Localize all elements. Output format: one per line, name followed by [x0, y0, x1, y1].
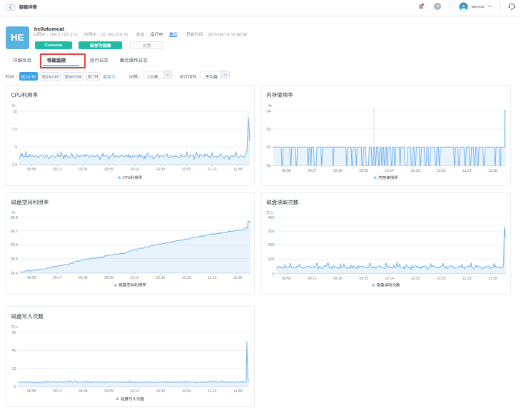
svg-text:60: 60 — [11, 330, 16, 334]
svg-text:10:33: 10:33 — [411, 276, 420, 280]
svg-text:09:36: 09:36 — [79, 389, 88, 393]
svg-text:10:53: 10:53 — [437, 276, 446, 280]
svg-text:11:19: 11:19 — [208, 167, 216, 171]
svg-text:10:53: 10:53 — [181, 389, 191, 393]
svg-text:09:36: 09:36 — [333, 168, 343, 172]
svg-text:10:14: 10:14 — [385, 276, 394, 280]
svg-text:09:55: 09:55 — [359, 276, 368, 280]
svg-text:20: 20 — [11, 367, 16, 371]
svg-text:11:19: 11:19 — [462, 168, 471, 172]
svg-text:11:38: 11:38 — [233, 389, 242, 393]
svg-text:7.5: 7.5 — [11, 127, 17, 131]
svg-text:91: 91 — [266, 163, 270, 168]
svg-text:38.4: 38.4 — [10, 271, 18, 275]
svg-text:%: % — [11, 103, 15, 108]
svg-text:11:19: 11:19 — [208, 389, 216, 393]
svg-text:11:19: 11:19 — [208, 275, 216, 280]
svg-text:300: 300 — [268, 229, 275, 233]
svg-text:?: ? — [436, 4, 440, 10]
svg-text:10:53: 10:53 — [181, 167, 191, 171]
svg-text:10:53: 10:53 — [437, 168, 446, 172]
svg-text:11:19: 11:19 — [462, 276, 471, 280]
svg-text:10:14: 10:14 — [130, 389, 139, 393]
svg-text:100: 100 — [268, 257, 275, 261]
svg-text:10:14: 10:14 — [130, 167, 139, 171]
svg-text:08:58: 08:58 — [282, 168, 291, 172]
svg-text:09:17: 09:17 — [308, 168, 317, 172]
svg-text:%: % — [268, 103, 272, 108]
svg-text:11:38: 11:38 — [233, 167, 242, 171]
svg-text:%: % — [11, 210, 15, 215]
svg-text:11:38: 11:38 — [488, 168, 497, 172]
svg-text:0: 0 — [14, 384, 16, 389]
svg-text:10:33: 10:33 — [156, 389, 165, 393]
svg-text:40: 40 — [11, 348, 16, 352]
svg-text:09:55: 09:55 — [359, 168, 368, 172]
svg-text:5: 5 — [15, 145, 17, 149]
svg-text:400: 400 — [268, 215, 275, 220]
svg-text:09:17: 09:17 — [308, 276, 317, 280]
svg-text:38.5: 38.5 — [10, 257, 18, 261]
svg-text:09:17: 09:17 — [52, 275, 61, 280]
svg-text:10:14: 10:14 — [385, 168, 394, 172]
svg-text:10: 10 — [13, 109, 17, 113]
svg-text:38.8: 38.8 — [10, 215, 18, 220]
svg-text:10:33: 10:33 — [411, 168, 420, 172]
svg-text:93: 93 — [266, 126, 270, 130]
svg-text:08:58: 08:58 — [26, 167, 36, 171]
svg-text:08:58: 08:58 — [26, 389, 36, 393]
svg-text:09:36: 09:36 — [79, 167, 88, 171]
svg-text:09:55: 09:55 — [104, 275, 113, 280]
svg-text:08:58: 08:58 — [26, 275, 36, 280]
svg-text:09:17: 09:17 — [52, 389, 61, 393]
svg-text:09:36: 09:36 — [333, 276, 343, 280]
svg-text:09:55: 09:55 — [104, 389, 113, 393]
svg-text:92: 92 — [266, 145, 270, 149]
svg-text:10:33: 10:33 — [156, 275, 165, 280]
svg-text:10:33: 10:33 — [156, 167, 165, 171]
svg-text:08:58: 08:58 — [282, 276, 291, 280]
svg-text:200: 200 — [268, 242, 275, 247]
svg-text:10:53: 10:53 — [181, 275, 191, 280]
svg-text:09:17: 09:17 — [52, 167, 61, 171]
svg-text:38.7: 38.7 — [10, 229, 18, 233]
svg-text:11:38: 11:38 — [233, 275, 242, 280]
svg-text:94: 94 — [266, 108, 270, 113]
svg-text:10:14: 10:14 — [130, 275, 139, 280]
svg-text:38.6: 38.6 — [10, 242, 18, 247]
svg-text:09:36: 09:36 — [79, 275, 88, 280]
svg-text:09:55: 09:55 — [104, 167, 113, 171]
svg-text:11:38: 11:38 — [488, 276, 497, 280]
svg-text:0: 0 — [273, 272, 275, 276]
svg-text:2.5: 2.5 — [11, 163, 17, 167]
